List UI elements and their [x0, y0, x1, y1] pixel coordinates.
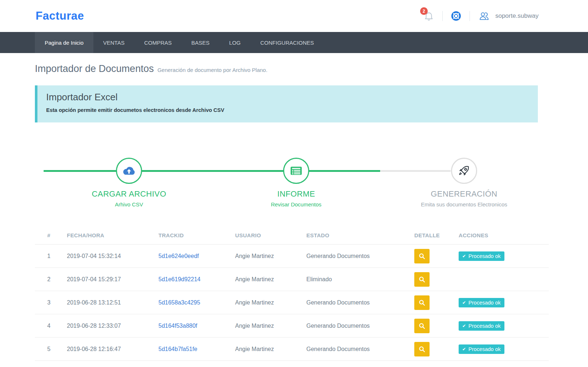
header-divider [442, 11, 443, 21]
badge-label: Procesado ok [468, 346, 501, 352]
trackid-link[interactable]: 5d164f53a880f [158, 323, 197, 329]
row-number: 5 [35, 346, 67, 352]
main-content: Importador de Documentos Generación de d… [0, 63, 588, 361]
badge-label: Procesado ok [468, 300, 501, 306]
report-icon [290, 166, 302, 176]
detail-search-button[interactable] [414, 342, 430, 356]
step-label-genereracion: GENERERACIÓN Emita sus documentos Electr… [391, 189, 537, 207]
nav-item-ventas[interactable]: VENTAS [93, 32, 134, 53]
import-stepper: CARGAR ARCHIVO Arhivo CSV INFORME Revisa… [35, 157, 553, 215]
magnifier-icon [418, 346, 426, 353]
notification-count-badge: 2 [420, 7, 428, 15]
check-icon: ✔ [462, 300, 466, 305]
header-divider [470, 11, 470, 21]
nav-item-pagina-de-inicio[interactable]: Pagina de Inicio [35, 32, 93, 53]
lifebuoy-icon [451, 11, 462, 21]
row-number: 3 [35, 299, 67, 306]
row-number: 1 [35, 253, 67, 259]
check-icon: ✔ [462, 347, 466, 352]
check-icon: ✔ [462, 254, 466, 259]
stepper-progress-line [44, 170, 380, 172]
table-row: 2 2019-07-04 15:29:17 5d1e619d92214 Angi… [35, 268, 549, 291]
col-header-num: # [35, 232, 67, 238]
detail-search-button[interactable] [414, 249, 430, 263]
row-user: Angie Martinez [235, 346, 306, 352]
table-row: 1 2019-07-04 15:32:14 5d1e624e0eedf Angi… [35, 245, 549, 268]
trackid-link[interactable]: 5d1e624e0eedf [158, 253, 199, 259]
detail-search-button[interactable] [414, 295, 430, 310]
magnifier-icon [418, 299, 426, 306]
status-badge: ✔ Procesado ok [459, 298, 504, 307]
badge-label: Procesado ok [468, 253, 501, 259]
step-label-informe: INFORME Revisar Documentos [223, 189, 369, 207]
row-user: Angie Martinez [235, 276, 306, 283]
table-row: 3 2019-06-28 13:12:51 5d1658a3c4295 Angi… [35, 291, 549, 314]
col-header-usuario: USUARIO [235, 232, 306, 238]
banner-subtitle: Esta opción permite emitir documetos ele… [46, 107, 529, 113]
page-heading: Importador de Documentos Generación de d… [35, 63, 553, 74]
badge-label: Procesado ok [468, 323, 501, 329]
support-button[interactable] [451, 11, 462, 21]
magnifier-icon [418, 276, 426, 283]
row-status-text: Generando Documentos [306, 323, 414, 329]
user-menu[interactable]: soporte.subway [478, 10, 539, 22]
row-status-text: Generando Documentos [306, 253, 414, 259]
magnifier-icon [418, 322, 426, 330]
col-header-acciones: ACCIONES [459, 232, 549, 238]
row-status-text: Eliminado [306, 276, 414, 283]
brand-logo[interactable]: Facturae [36, 9, 84, 23]
magnifier-icon [418, 253, 426, 260]
header-actions: 2 soporte.subway [423, 10, 539, 22]
row-number: 4 [35, 323, 67, 329]
info-banner: Importador Excel Esta opción permite emi… [35, 85, 538, 122]
row-number: 2 [35, 276, 67, 283]
cloud-upload-icon [122, 165, 136, 176]
row-status-text: Generando Documentos [306, 346, 414, 352]
col-header-estado: ESTADO [306, 232, 414, 238]
imports-table: # FECHA/HORA TRACKID USUARIO ESTADO DETA… [35, 226, 549, 361]
nav-item-bases[interactable]: BASES [182, 32, 220, 53]
col-header-detalle: DETALLE [414, 232, 459, 238]
table-header-row: # FECHA/HORA TRACKID USUARIO ESTADO DETA… [35, 226, 549, 245]
step-informe[interactable] [283, 158, 309, 184]
nav-item-configuraciones[interactable]: CONFIGURACIONES [250, 32, 324, 53]
nav-item-compras[interactable]: COMPRAS [134, 32, 182, 53]
col-header-fecha: FECHA/HORA [67, 232, 158, 238]
row-datetime: 2019-06-28 13:12:51 [67, 299, 158, 306]
trackid-link[interactable]: 5d1658a3c4295 [158, 299, 200, 306]
page-title: Importador de Documentos [35, 63, 154, 74]
page-subtitle: Generación de documento por Archivo Plan… [157, 67, 267, 73]
check-icon: ✔ [462, 323, 466, 328]
trackid-link[interactable]: 5d1e619d92214 [158, 276, 201, 282]
row-user: Angie Martinez [235, 323, 306, 329]
row-datetime: 2019-07-04 15:32:14 [67, 253, 158, 259]
nav-item-log[interactable]: LOG [220, 32, 251, 53]
row-datetime: 2019-06-28 12:16:47 [67, 346, 158, 352]
row-status-text: Generando Documentos [306, 299, 414, 306]
step-label-cargar-archivo: CARGAR ARCHIVO Arhivo CSV [56, 189, 202, 207]
row-datetime: 2019-06-28 12:33:07 [67, 323, 158, 329]
step-genereracion[interactable] [451, 158, 477, 184]
rocket-icon [458, 164, 471, 177]
status-badge: ✔ Procesado ok [459, 251, 504, 261]
username-label[interactable]: soporte.subway [495, 12, 539, 20]
row-user: Angie Martinez [235, 299, 306, 306]
table-row: 4 2019-06-28 12:33:07 5d164f53a880f Angi… [35, 314, 549, 338]
status-badge: ✔ Procesado ok [459, 344, 504, 354]
status-badge: ✔ Procesado ok [459, 321, 504, 331]
row-datetime: 2019-07-04 15:29:17 [67, 276, 158, 283]
trackid-link[interactable]: 5d164b7fa51fe [158, 346, 197, 352]
users-icon [478, 10, 490, 22]
banner-title: Importador Excel [46, 92, 529, 103]
row-user: Angie Martinez [235, 253, 306, 259]
detail-search-button[interactable] [414, 272, 430, 287]
notifications-button[interactable]: 2 [423, 11, 434, 21]
detail-search-button[interactable] [414, 319, 430, 333]
main-nav: Pagina de Inicio VENTAS COMPRAS BASES LO… [0, 32, 588, 53]
top-header: Facturae 2 soporte.subway [0, 0, 588, 32]
step-cargar-archivo[interactable] [116, 158, 142, 184]
table-row: 5 2019-06-28 12:16:47 5d164b7fa51fe Angi… [35, 338, 549, 361]
col-header-trackid: TRACKID [158, 232, 235, 238]
